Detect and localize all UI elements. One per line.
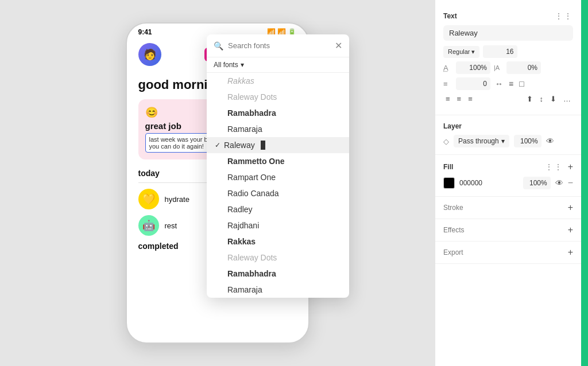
- export-label: Export: [443, 248, 463, 256]
- green-accent-bar: [581, 0, 588, 366]
- search-icon: 🔍: [214, 41, 223, 50]
- font-filter-bar[interactable]: All fonts ▾: [207, 57, 349, 73]
- wrap-icon-btn[interactable]: ≡: [508, 78, 514, 89]
- scale-input[interactable]: [456, 61, 490, 74]
- box-icon-btn[interactable]: □: [518, 78, 525, 89]
- font-name: Rajdhani: [227, 221, 259, 230]
- font-search-input[interactable]: [228, 41, 330, 50]
- cursor-indicator: [261, 141, 265, 150]
- avatar: 🧑: [138, 43, 161, 66]
- align-middle-btn[interactable]: ↕: [537, 94, 546, 104]
- text-more-btn[interactable]: …: [561, 94, 573, 104]
- font-item-raleway-dots-1[interactable]: Raleway Dots: [207, 89, 349, 105]
- fill-add-icon[interactable]: +: [568, 162, 573, 172]
- habit-icon-hydrate: 💛: [138, 189, 159, 209]
- fill-hex-value[interactable]: 000000: [459, 179, 519, 187]
- font-name: Ramaraja: [227, 124, 262, 134]
- link-icon-btn[interactable]: ↔: [494, 78, 504, 89]
- font-name: Ramabhadra: [227, 108, 276, 118]
- export-add-icon[interactable]: +: [568, 247, 573, 258]
- fill-header-actions: ⋮⋮ +: [545, 162, 573, 172]
- fill-section: Fill ⋮⋮ + 000000 👁 −: [435, 155, 581, 197]
- habit-icon-rest: 🤖: [138, 215, 159, 236]
- font-name: Rakkas: [227, 237, 256, 246]
- font-name: Rakkas: [227, 76, 254, 85]
- text-section-title: Text: [443, 12, 457, 20]
- layer-section: Layer ◇ Pass through ▾ 👁: [435, 115, 581, 155]
- line-height-input[interactable]: [456, 77, 490, 90]
- font-item-raleway-dots-2[interactable]: Raleway Dots: [207, 250, 349, 266]
- stroke-section: Stroke +: [435, 197, 581, 219]
- text-section-dots-icon[interactable]: ⋮⋮: [555, 11, 573, 21]
- align-bottom-btn[interactable]: ⬇: [548, 94, 559, 104]
- stroke-add-icon[interactable]: +: [568, 203, 573, 213]
- align-top-btn[interactable]: ⬆: [524, 94, 535, 104]
- align-center-btn[interactable]: ≡: [455, 94, 464, 104]
- blend-mode-chevron-icon: ▾: [501, 137, 505, 145]
- font-item-ramabhadra-1[interactable]: Ramabhadra: [207, 105, 349, 121]
- font-name: Raleway Dots: [227, 92, 277, 102]
- stroke-label: Stroke: [443, 204, 463, 212]
- font-name: Radio Canada: [227, 189, 279, 198]
- dropdown-close-icon[interactable]: ✕: [335, 40, 342, 51]
- right-panel: Text ⋮⋮ Regular ▾ A |A ≡ ↔ ≡ □: [435, 0, 581, 366]
- font-item-rakkas-bold[interactable]: Rakkas: [207, 233, 349, 250]
- layer-row: ◇ Pass through ▾ 👁: [443, 135, 573, 147]
- style-chevron-icon: ▾: [471, 48, 475, 56]
- layer-opacity-input[interactable]: [514, 135, 541, 147]
- font-item-rammetto-one[interactable]: Rammetto One: [207, 153, 349, 169]
- font-item-ramaraja-2[interactable]: Ramaraja: [207, 282, 349, 298]
- effects-label: Effects: [443, 226, 464, 234]
- scale-label: A: [443, 64, 452, 72]
- font-item-rakkas-italic[interactable]: Rakkas: [207, 73, 349, 89]
- blend-mode-btn[interactable]: Pass through ▾: [454, 135, 509, 147]
- font-name-field[interactable]: [443, 25, 573, 41]
- font-name: Raleway: [224, 141, 255, 150]
- scale-kerning-row: A |A: [443, 61, 573, 74]
- font-item-radio-canada[interactable]: Radio Canada: [207, 185, 349, 201]
- font-name: Radley: [227, 205, 253, 214]
- kerning-input[interactable]: [506, 61, 541, 74]
- font-item-ramabhadra-2[interactable]: Ramabhadra: [207, 266, 349, 282]
- visibility-eye-icon[interactable]: 👁: [546, 137, 554, 146]
- layer-section-title: Layer: [443, 122, 462, 130]
- align-right-btn[interactable]: ≡: [466, 94, 475, 104]
- fill-dots-icon[interactable]: ⋮⋮: [545, 162, 563, 172]
- fill-row: 000000 👁 −: [443, 177, 573, 189]
- font-item-rampart-one[interactable]: Rampart One: [207, 169, 349, 185]
- effects-section: Effects +: [435, 219, 581, 242]
- font-style-btn[interactable]: Regular ▾: [443, 46, 479, 58]
- font-item-ramaraja-1[interactable]: Ramaraja: [207, 121, 349, 137]
- font-item-raleway[interactable]: Raleway: [207, 137, 349, 153]
- kerning-label: |A: [494, 64, 503, 71]
- text-section: Text ⋮⋮ Regular ▾ A |A ≡ ↔ ≡ □: [435, 5, 581, 115]
- export-section: Export +: [435, 242, 581, 264]
- font-size-input[interactable]: [483, 45, 517, 58]
- fill-color-swatch[interactable]: [443, 177, 455, 189]
- font-item-radley[interactable]: Radley: [207, 201, 349, 217]
- font-name: Ramabhadra: [227, 269, 276, 278]
- effects-add-icon[interactable]: +: [568, 225, 573, 235]
- text-align-row: ≡ ≡ ≡ ⬆ ↕ ⬇ …: [443, 94, 573, 104]
- align-left-btn[interactable]: ≡: [443, 94, 452, 104]
- font-item-rajdhani[interactable]: Rajdhani: [207, 217, 349, 233]
- font-style-size-row: Regular ▾: [443, 45, 573, 58]
- style-label: Regular: [448, 48, 470, 55]
- line-height-label: ≡: [443, 80, 452, 88]
- fill-section-header: Fill ⋮⋮ +: [443, 162, 573, 172]
- fill-opacity-input[interactable]: [523, 177, 551, 189]
- font-dropdown: 🔍 ✕ All fonts ▾ Rakkas Raleway Dots Rama…: [207, 34, 349, 298]
- layer-section-header: Layer: [443, 122, 573, 130]
- filter-chevron-icon: ▾: [241, 61, 244, 69]
- canvas: 9:41 📶 📶 🔋 🧑 habitz 🔔 good morning ✕ 😊 g…: [0, 0, 435, 366]
- fill-remove-icon[interactable]: −: [568, 178, 573, 188]
- line-height-row: ≡ ↔ ≡ □: [443, 77, 573, 90]
- font-name: Rammetto One: [227, 157, 285, 166]
- font-name: Rampart One: [227, 173, 276, 182]
- blend-mode-label: Pass through: [458, 137, 499, 145]
- fill-visibility-icon[interactable]: 👁: [555, 178, 563, 188]
- time-display: 9:41: [138, 28, 152, 36]
- font-name: Raleway Dots: [227, 253, 277, 262]
- blend-mode-icon: ◇: [443, 137, 449, 146]
- font-name: Ramaraja: [227, 285, 262, 294]
